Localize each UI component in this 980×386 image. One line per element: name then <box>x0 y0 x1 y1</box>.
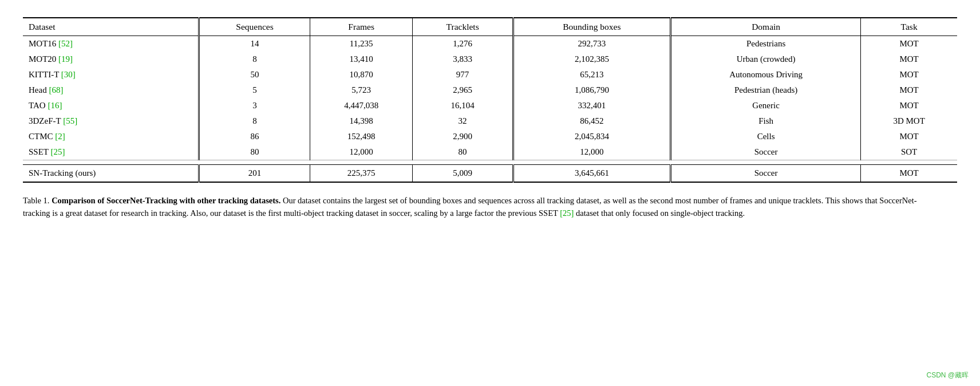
col-header-frames: Frames <box>310 18 413 36</box>
cell-bbox: 65,213 <box>513 67 670 82</box>
cell-bbox: 86,452 <box>513 113 670 129</box>
separator-cell <box>413 160 513 165</box>
table-row: 3DZeF-T [55]814,3983286,452Fish3D MOT <box>23 113 957 129</box>
cell-ours-frames: 225,375 <box>310 165 413 183</box>
cell-dataset: TAO [16] <box>23 98 199 113</box>
cell-tracklets: 977 <box>413 67 513 82</box>
cell-sequences: 80 <box>199 144 310 160</box>
cell-sequences: 8 <box>199 52 310 67</box>
cell-tracklets: 16,104 <box>413 98 513 113</box>
cell-sequences: 14 <box>199 36 310 52</box>
cell-ours-dataset: SN-Tracking (ours) <box>23 165 199 183</box>
table-row: SSET [25]8012,0008012,000SoccerSOT <box>23 144 957 160</box>
cell-domain: Pedestrian (heads) <box>670 82 860 98</box>
cell-task: 3D MOT <box>861 113 957 129</box>
cell-bbox: 2,045,834 <box>513 129 670 144</box>
cell-task: MOT <box>861 82 957 98</box>
ours-row: SN-Tracking (ours)201225,3755,0093,645,6… <box>23 165 957 183</box>
cell-domain: Urban (crowded) <box>670 52 860 67</box>
caption-ref-sset: [25] <box>560 208 574 218</box>
cell-domain: Generic <box>670 98 860 113</box>
cell-sequences: 86 <box>199 129 310 144</box>
cell-bbox: 332,401 <box>513 98 670 113</box>
cell-dataset: KITTI-T [30] <box>23 67 199 82</box>
separator-cell <box>199 160 310 165</box>
separator-cell <box>861 160 957 165</box>
cell-frames: 13,410 <box>310 52 413 67</box>
cell-sequences: 50 <box>199 67 310 82</box>
watermark: CSDN @藏晖 <box>926 371 969 380</box>
cell-bbox: 292,733 <box>513 36 670 52</box>
cell-domain: Soccer <box>670 144 860 160</box>
table-row: Head [68]55,7232,9651,086,790Pedestrian … <box>23 82 957 98</box>
cell-ours-tracklets: 5,009 <box>413 165 513 183</box>
table-row: MOT20 [19]813,4103,8332,102,385Urban (cr… <box>23 52 957 67</box>
cell-task: SOT <box>861 144 957 160</box>
cell-task: MOT <box>861 67 957 82</box>
cell-sequences: 8 <box>199 113 310 129</box>
table-caption: Table 1. Comparison of SoccerNet-Trackin… <box>23 194 939 220</box>
separator-cell <box>670 160 860 165</box>
cell-domain: Pedestrians <box>670 36 860 52</box>
cell-dataset: 3DZeF-T [55] <box>23 113 199 129</box>
cell-frames: 11,235 <box>310 36 413 52</box>
table-row: TAO [16]34,447,03816,104332,401GenericMO… <box>23 98 957 113</box>
cell-dataset: MOT16 [52] <box>23 36 199 52</box>
cell-bbox: 2,102,385 <box>513 52 670 67</box>
cell-sequences: 3 <box>199 98 310 113</box>
cell-domain: Fish <box>670 113 860 129</box>
cell-ours-sequences: 201 <box>199 165 310 183</box>
cell-frames: 5,723 <box>310 82 413 98</box>
separator-cell <box>23 160 199 165</box>
cell-bbox: 12,000 <box>513 144 670 160</box>
cell-frames: 12,000 <box>310 144 413 160</box>
cell-tracklets: 32 <box>413 113 513 129</box>
cell-dataset: CTMC [2] <box>23 129 199 144</box>
cell-bbox: 1,086,790 <box>513 82 670 98</box>
caption-text2: dataset that only focused on single-obje… <box>574 208 745 218</box>
cell-tracklets: 1,276 <box>413 36 513 52</box>
caption-bold: Comparison of SoccerNet-Tracking with ot… <box>52 196 280 205</box>
comparison-table: Dataset Sequences Frames Tracklets Bound… <box>23 17 957 183</box>
col-header-tracklets: Tracklets <box>413 18 513 36</box>
cell-ours-bbox: 3,645,661 <box>513 165 670 183</box>
cell-frames: 10,870 <box>310 67 413 82</box>
cell-sequences: 5 <box>199 82 310 98</box>
cell-dataset: SSET [25] <box>23 144 199 160</box>
cell-dataset: MOT20 [19] <box>23 52 199 67</box>
cell-ours-task: MOT <box>861 165 957 183</box>
col-header-dataset: Dataset <box>23 18 199 36</box>
separator-cell <box>310 160 413 165</box>
table-row: KITTI-T [30]5010,87097765,213Autonomous … <box>23 67 957 82</box>
table-container: Dataset Sequences Frames Tracklets Bound… <box>23 17 957 220</box>
cell-tracklets: 2,965 <box>413 82 513 98</box>
separator-cell <box>513 160 670 165</box>
cell-domain: Autonomous Driving <box>670 67 860 82</box>
cell-task: MOT <box>861 98 957 113</box>
cell-tracklets: 2,900 <box>413 129 513 144</box>
col-header-task: Task <box>861 18 957 36</box>
caption-label: Table 1. <box>23 196 50 205</box>
cell-frames: 4,447,038 <box>310 98 413 113</box>
col-header-domain: Domain <box>670 18 860 36</box>
cell-domain: Cells <box>670 129 860 144</box>
cell-ours-domain: Soccer <box>670 165 860 183</box>
table-row: CTMC [2]86152,4982,9002,045,834CellsMOT <box>23 129 957 144</box>
cell-frames: 14,398 <box>310 113 413 129</box>
cell-dataset: Head [68] <box>23 82 199 98</box>
cell-task: MOT <box>861 36 957 52</box>
table-row: MOT16 [52]1411,2351,276292,733Pedestrian… <box>23 36 957 52</box>
col-header-bbox: Bounding boxes <box>513 18 670 36</box>
cell-task: MOT <box>861 129 957 144</box>
cell-tracklets: 80 <box>413 144 513 160</box>
cell-tracklets: 3,833 <box>413 52 513 67</box>
cell-frames: 152,498 <box>310 129 413 144</box>
cell-task: MOT <box>861 52 957 67</box>
col-header-sequences: Sequences <box>199 18 310 36</box>
